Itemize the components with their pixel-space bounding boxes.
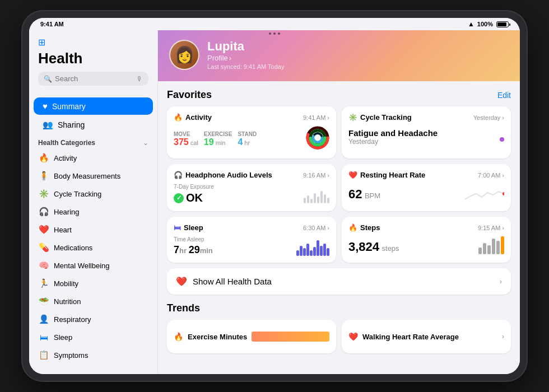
heart-rate-unit: BPM	[365, 192, 380, 200]
trends-cards: 🔥 Exercise Minutes ❤️ Walking Heart Rate…	[167, 320, 511, 353]
heart-rate-card[interactable]: ❤️ Resting Heart Rate 7:00 AM ›	[342, 164, 511, 211]
sidebar-item-summary[interactable]: ♥ Summary	[34, 97, 153, 115]
content-area: Favorites Edit 🔥 Activity	[158, 81, 520, 361]
activity-card-time: 9:41 AM ›	[303, 114, 329, 121]
sidebar-panels-icon[interactable]: ⊞	[38, 37, 148, 48]
activity-card-header: 🔥 Activity 9:41 AM ›	[174, 113, 329, 122]
heart-rate-value-group: 62 BPM	[348, 187, 380, 202]
headphone-card-time: 9:16 AM ›	[303, 172, 329, 179]
mic-icon: 🎙	[136, 75, 143, 83]
heart-rate-value: 62	[348, 187, 362, 201]
chevron-right-icon: ›	[327, 172, 329, 179]
sidebar-item-nutrition[interactable]: 🥗 Nutrition	[29, 292, 157, 310]
sidebar-item-cycle[interactable]: ✳️ Cycle Tracking	[29, 185, 157, 203]
steps-card-title: 🔥 Steps	[348, 223, 380, 232]
chevron-down-icon[interactable]: ⌄	[143, 139, 148, 147]
trend-exercise-card[interactable]: 🔥 Exercise Minutes	[167, 320, 336, 353]
sleep-card[interactable]: 🛏 Sleep 6:30 AM › Time Asleep	[167, 217, 336, 263]
steps-card[interactable]: 🔥 Steps 9:15 AM › 3,824	[342, 217, 511, 263]
sleep-chart	[296, 240, 329, 256]
sidebar-item-medications[interactable]: 💊 Medications	[29, 239, 157, 256]
heart-rate-card-header: ❤️ Resting Heart Rate 7:00 AM ›	[348, 171, 504, 179]
profile-sync: Last synced: 9:41 AM Today	[207, 63, 284, 70]
sleep-value-group: Time Asleep 7hr 29min	[174, 236, 213, 256]
profile-link[interactable]: Profile ›	[207, 54, 284, 62]
hearing-icon: 🎧	[38, 206, 49, 217]
mental-icon: 🧠	[38, 260, 49, 271]
mobility-icon: 🏃	[38, 278, 49, 289]
show-all-health-data[interactable]: ❤️ Show All Health Data ›	[167, 268, 511, 295]
symptoms-label: Symptoms	[54, 351, 88, 360]
sleep-label: Time Asleep	[174, 236, 213, 242]
medications-icon: 💊	[38, 242, 49, 253]
profile-name: Lupita	[207, 39, 284, 54]
respiratory-icon: 👤	[38, 314, 49, 325]
headphone-content: 7-Day Exposure ✓ OK	[174, 184, 329, 204]
status-time: 9:41 AM	[40, 21, 64, 27]
chevron-right-icon: ›	[502, 225, 504, 231]
sidebar-item-sharing-label: Sharing	[58, 120, 85, 129]
chevron-right-icon: ›	[229, 54, 231, 62]
sidebar-item-symptoms[interactable]: 📋 Symptoms	[29, 346, 157, 364]
search-icon: 🔍	[44, 75, 52, 83]
steps-content: 3,824 steps	[348, 236, 504, 254]
cycle-card-title: ✳️ Cycle Tracking	[348, 113, 412, 122]
steps-card-header: 🔥 Steps 9:15 AM ›	[348, 223, 504, 232]
sleep-card-title: 🛏 Sleep	[174, 223, 203, 232]
trend-walking-hr-label: Walking Heart Rate Average	[362, 333, 459, 341]
sidebar-item-activity[interactable]: 🔥 Activity	[29, 149, 157, 167]
cycle-card-time: Yesterday ›	[473, 114, 504, 121]
cycle-tracking-card[interactable]: ✳️ Cycle Tracking Yesterday ›	[342, 106, 511, 158]
health-categories-header: Health Categories ⌄	[29, 134, 157, 149]
activity-card-title: 🔥 Activity	[174, 113, 212, 122]
svg-point-6	[503, 192, 504, 195]
trends-label: Trends	[167, 302, 200, 314]
status-right: ▲ 100%	[468, 20, 509, 28]
heart-icon: ❤️	[38, 224, 49, 235]
summary-icon: ♥	[43, 101, 48, 111]
app-body: ⊞ Health 🔍 🎙 ♥ Summary 👥 Sharing	[29, 30, 520, 374]
favorites-grid: 🔥 Activity 9:41 AM ›	[167, 106, 511, 263]
activity-card[interactable]: 🔥 Activity 9:41 AM ›	[167, 106, 336, 158]
main-content: 👩 Lupita Profile › Last synced: 9:41 AM …	[158, 30, 520, 374]
activity-values: Move 375 cal Exercise 19 min Stand	[174, 131, 257, 147]
cycle-label: Cycle Tracking	[54, 190, 101, 198]
chevron-right-icon: ›	[500, 277, 502, 286]
search-bar[interactable]: 🔍 🎙	[38, 72, 148, 86]
heart-rate-sparkline	[465, 184, 504, 202]
sidebar-item-hearing[interactable]: 🎧 Hearing	[29, 203, 157, 221]
cycle-card-header: ✳️ Cycle Tracking Yesterday ›	[348, 113, 504, 122]
sidebar-item-body[interactable]: 🧍 Body Measurements	[29, 167, 157, 185]
status-bar: 9:41 AM ▲ 100%	[29, 18, 520, 30]
sidebar-item-respiratory[interactable]: 👤 Respiratory	[29, 310, 157, 328]
profile-header: 👩 Lupita Profile › Last synced: 9:41 AM …	[158, 30, 520, 81]
sidebar-item-mobility[interactable]: 🏃 Mobility	[29, 274, 157, 292]
heart-rate-card-time: 7:00 AM ›	[478, 172, 504, 179]
trend-exercise-icon: 🔥	[174, 332, 183, 341]
steps-chart	[478, 236, 504, 254]
steps-value: 3,824	[348, 240, 379, 254]
hearing-label: Hearing	[54, 208, 80, 216]
cycle-content: Fatigue and Headache Yesterday	[348, 126, 504, 146]
cycle-icon: ✳️	[38, 188, 49, 199]
trend-walking-hr-card[interactable]: ❤️ Walking Heart Rate Average ›	[342, 320, 511, 353]
sidebar-item-sleep[interactable]: 🛏 Sleep	[29, 328, 157, 346]
ok-badge: ✓ OK	[174, 192, 214, 204]
sidebar-item-heart[interactable]: ❤️ Heart	[29, 221, 157, 239]
sleep-card-time: 6:30 AM ›	[303, 225, 329, 231]
cycle-date: Yesterday	[348, 138, 438, 146]
sidebar-item-mental[interactable]: 🧠 Mental Wellbeing	[29, 256, 157, 274]
activity-label: Activity	[54, 154, 77, 162]
trend-exercise-label: Exercise Minutes	[188, 333, 247, 341]
search-input[interactable]	[55, 74, 133, 83]
heart-icon-show-all: ❤️	[176, 276, 187, 287]
avatar[interactable]: 👩	[169, 40, 199, 70]
cycle-symptom-info: Fatigue and Headache Yesterday	[348, 126, 438, 146]
sidebar-item-sharing[interactable]: 👥 Sharing	[34, 116, 153, 134]
edit-button[interactable]: Edit	[497, 91, 511, 100]
headphone-card[interactable]: 🎧 Headphone Audio Levels 9:16 AM ›	[167, 164, 336, 211]
move-stat: Move 375 cal	[174, 131, 198, 147]
ipad-frame: 9:41 AM ▲ 100% ⊞	[22, 11, 527, 381]
body-label: Body Measurements	[54, 172, 120, 180]
favorites-label: Favorites	[167, 89, 212, 101]
